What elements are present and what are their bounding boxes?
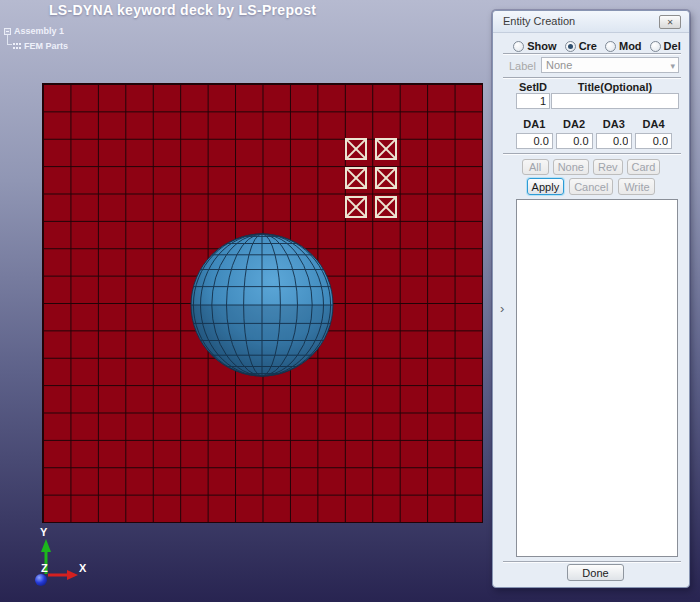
element-marker	[375, 196, 397, 218]
element-marker	[375, 167, 397, 189]
sphere-mesh[interactable]	[189, 232, 335, 378]
parts-icon	[13, 42, 21, 50]
title-label: Title(Optional)	[551, 81, 679, 93]
radio-label: Cre	[579, 40, 597, 52]
x-axis-arrowhead	[67, 570, 78, 580]
setid-label: SetID	[516, 81, 550, 93]
da3-label: DA3	[596, 118, 633, 130]
none-button[interactable]: None	[553, 159, 589, 175]
cancel-button[interactable]: Cancel	[569, 178, 613, 195]
write-button[interactable]: Write	[618, 178, 655, 195]
title-input[interactable]	[551, 93, 679, 109]
mode-radio-group: Show Cre Mod Del	[493, 40, 689, 52]
separator	[503, 53, 681, 55]
element-marker	[345, 138, 367, 160]
chevron-down-icon: ▾	[670, 59, 675, 73]
tree-item-assembly[interactable]: Assembly 1	[4, 26, 64, 36]
tree-item-label: FEM Parts	[24, 41, 68, 51]
radio-label: Mod	[619, 40, 642, 52]
tree-connector	[7, 34, 12, 45]
rev-button[interactable]: Rev	[593, 159, 623, 175]
separator	[503, 153, 681, 155]
entity-creation-panel: Entity Creation ✕ Show Cre Mod Del Label	[492, 10, 690, 588]
radio-mod[interactable]: Mod	[605, 40, 642, 52]
z-axis-dot	[35, 574, 47, 586]
radio-icon	[513, 41, 524, 52]
entity-list[interactable]	[516, 199, 678, 557]
da1-input[interactable]	[516, 133, 553, 149]
action-button-row: Apply Cancel Write	[493, 178, 689, 195]
selection-button-row: All None Rev Card	[493, 159, 689, 175]
radio-show[interactable]: Show	[513, 40, 556, 52]
separator	[503, 77, 681, 79]
z-axis-label: Z	[41, 562, 48, 574]
da4-input[interactable]	[635, 133, 672, 149]
separator	[503, 561, 681, 563]
deck-title: LS-DYNA keyword deck by LS-Prepost	[49, 2, 316, 18]
x-axis-label: X	[79, 562, 87, 574]
setid-input[interactable]	[516, 93, 550, 109]
tree-item-fem-parts[interactable]: FEM Parts	[13, 41, 68, 51]
da3-input[interactable]	[596, 133, 633, 149]
da-label-row: DA1 DA2 DA3 DA4	[516, 118, 672, 130]
element-marker	[345, 196, 367, 218]
da2-input[interactable]	[556, 133, 593, 149]
radio-cre[interactable]: Cre	[565, 40, 597, 52]
close-icon: ✕	[667, 18, 674, 27]
da1-label: DA1	[516, 118, 553, 130]
card-button[interactable]: Card	[627, 159, 661, 175]
radio-icon	[565, 41, 576, 52]
app-window: LS-DYNA keyword deck by LS-Prepost Assem…	[0, 0, 700, 602]
done-button[interactable]: Done	[567, 564, 624, 581]
element-marker	[345, 167, 367, 189]
radio-del[interactable]: Del	[650, 40, 681, 52]
panel-titlebar[interactable]: Entity Creation ✕	[493, 11, 689, 33]
expand-chevron-icon[interactable]: ›	[500, 301, 504, 316]
radio-icon	[650, 41, 661, 52]
label-dropdown[interactable]: None ▾	[541, 57, 679, 73]
label-field-caption: Label	[509, 60, 536, 72]
tree-item-label: Assembly 1	[14, 26, 64, 36]
element-marker	[375, 138, 397, 160]
da2-label: DA2	[556, 118, 593, 130]
radio-label: Show	[527, 40, 556, 52]
y-axis-arrowhead	[41, 539, 51, 552]
label-dropdown-value: None	[546, 59, 572, 71]
da4-label: DA4	[635, 118, 672, 130]
all-button[interactable]: All	[522, 159, 549, 175]
radio-icon	[605, 41, 616, 52]
axis-triad: Y X Z	[24, 522, 96, 598]
apply-button[interactable]: Apply	[527, 178, 565, 195]
y-axis-label: Y	[40, 526, 48, 538]
close-button[interactable]: ✕	[659, 15, 681, 29]
da-input-row	[516, 133, 672, 149]
radio-label: Del	[664, 40, 681, 52]
panel-title: Entity Creation	[503, 15, 575, 27]
